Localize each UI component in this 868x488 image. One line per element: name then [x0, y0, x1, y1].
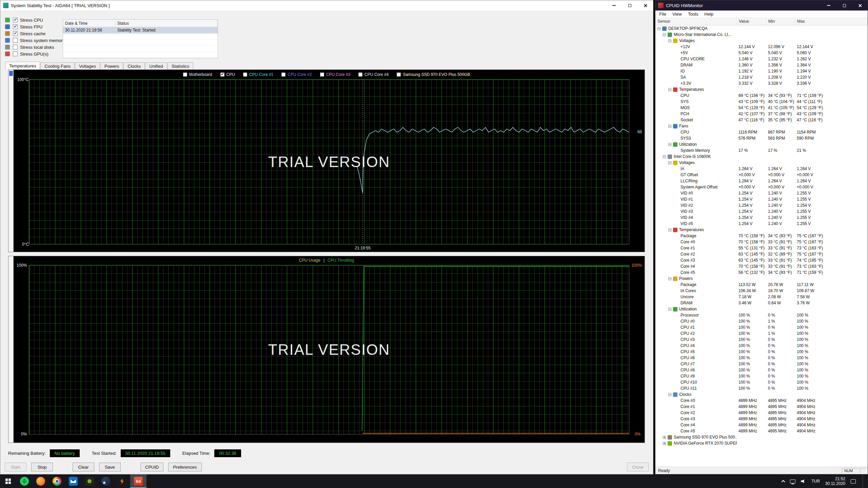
- collapse-icon[interactable]: [668, 143, 671, 146]
- collapse-icon[interactable]: [668, 308, 671, 311]
- collapse-icon[interactable]: [668, 88, 671, 91]
- menu-view[interactable]: View: [669, 11, 685, 18]
- tab-voltages[interactable]: Voltages: [75, 62, 100, 69]
- legend-cpu-core-1[interactable]: CPU Core #1: [243, 72, 273, 77]
- stress-option-cpu[interactable]: Stress CPU: [5, 17, 65, 23]
- stress-option-gpu[interactable]: Stress GPU(s): [5, 50, 65, 57]
- taskbar-app-steam[interactable]: [98, 474, 114, 488]
- button-preferences[interactable]: Preferences: [168, 463, 201, 471]
- legend-checkbox[interactable]: [243, 73, 247, 77]
- checkbox-stress-fpu[interactable]: [13, 24, 18, 29]
- checkbox-stress-cpu[interactable]: [13, 18, 18, 22]
- sensor-name: System Agent Offset: [680, 184, 717, 190]
- minimize-icon[interactable]: [606, 0, 622, 11]
- tab-cooling-fans[interactable]: Cooling Fans: [40, 62, 75, 69]
- collapse-icon[interactable]: [657, 27, 660, 30]
- legend-checkbox[interactable]: [320, 73, 324, 77]
- column-header-value[interactable]: Value: [737, 18, 766, 25]
- tab-unified[interactable]: Unified: [145, 62, 167, 69]
- stress-option-disk[interactable]: Stress local disks: [5, 44, 65, 50]
- graph-scrollbar[interactable]: [8, 256, 14, 443]
- start-menu-button[interactable]: [0, 474, 16, 488]
- column-header-max[interactable]: Max: [795, 18, 868, 25]
- current-temperature-label: 68: [637, 129, 642, 134]
- taskbar-app-spotify[interactable]: [16, 474, 33, 488]
- stress-option-memory[interactable]: Stress system memory: [5, 37, 65, 44]
- sensor-max: +0.000 V: [795, 184, 868, 190]
- legend-checkbox[interactable]: [220, 73, 224, 77]
- close-icon[interactable]: [852, 0, 868, 11]
- gpu-icon: [668, 441, 672, 446]
- menu-tools[interactable]: Tools: [685, 11, 701, 18]
- sensor-name: CPU VCORE: [680, 56, 705, 62]
- minimize-icon[interactable]: [821, 0, 836, 11]
- collapse-icon[interactable]: [668, 277, 671, 280]
- collapse-icon[interactable]: [668, 161, 671, 164]
- graph-scrollbar[interactable]: [8, 70, 14, 252]
- legend-checkbox[interactable]: [397, 73, 401, 77]
- log-column-header[interactable]: Status: [115, 20, 218, 27]
- legend-motherboard[interactable]: Motherboard: [183, 72, 212, 77]
- button-cpuid[interactable]: CPUID: [140, 463, 163, 471]
- sensor-value: 7.18 W: [737, 294, 766, 300]
- menu-file[interactable]: File: [656, 11, 669, 18]
- tab-temperatures[interactable]: Temperatures: [5, 62, 40, 69]
- collapse-icon[interactable]: [663, 155, 666, 158]
- log-row[interactable]: 30.11.2020 21:19:56Stability Test: Start…: [63, 27, 218, 34]
- legend-cpu-core-2[interactable]: CPU Core #2: [281, 72, 312, 77]
- legend-checkbox[interactable]: [281, 73, 285, 77]
- maximize-icon[interactable]: [622, 0, 637, 11]
- legend-checkbox[interactable]: [358, 73, 362, 77]
- collapse-icon[interactable]: [668, 393, 671, 396]
- legend-cpu[interactable]: CPU: [220, 72, 235, 77]
- collapse-icon[interactable]: [668, 125, 671, 128]
- show-desktop-button[interactable]: [863, 474, 865, 488]
- collapse-icon[interactable]: [663, 33, 666, 36]
- menu-help[interactable]: Help: [701, 11, 716, 18]
- button-save[interactable]: Save: [99, 463, 121, 471]
- legend-cpu-core-3[interactable]: CPU Core #3: [320, 72, 350, 77]
- taskbar-app-firefox[interactable]: [33, 474, 49, 488]
- taskbar-app-chrome[interactable]: [49, 474, 65, 488]
- checkbox-stress-gpu-s[interactable]: [13, 52, 18, 56]
- sensor-row: Core #470 °C (158 °F)33 °C (91 °F)73 °C …: [655, 263, 868, 269]
- button-clear[interactable]: Clear: [73, 463, 94, 471]
- taskbar-app-msi-afterburner[interactable]: [114, 474, 130, 488]
- column-header-min[interactable]: Min: [766, 18, 795, 25]
- hidden-icons-chevron-icon[interactable]: [781, 480, 785, 484]
- checkbox-stress-system-memory[interactable]: [13, 38, 18, 43]
- clock[interactable]: 21:52 30.11.2020: [825, 476, 845, 486]
- taskbar-app-aida64[interactable]: 64: [130, 474, 146, 488]
- stress-option-cache[interactable]: Stress cache: [5, 30, 65, 37]
- checkbox-stress-local-disks[interactable]: [13, 45, 18, 49]
- log-column-header[interactable]: Date & Time: [63, 20, 115, 27]
- column-header-sensor[interactable]: Sensor: [655, 18, 737, 25]
- sensor-min: 12.096 V: [766, 44, 795, 50]
- network-icon[interactable]: [790, 480, 795, 483]
- taskbar-app-mail[interactable]: [65, 474, 81, 488]
- sensor-cell: PCH: [655, 111, 737, 117]
- sensor-name: CPU: [680, 129, 689, 135]
- sensor-name: CPU #0: [680, 318, 695, 324]
- sensor-name: CPU #7: [680, 361, 695, 367]
- expand-icon[interactable]: [663, 436, 666, 439]
- button-stop[interactable]: Stop: [31, 463, 53, 471]
- tab-statistics[interactable]: Statistics: [167, 62, 193, 69]
- taskbar-app-geforce-experience[interactable]: [81, 474, 98, 488]
- sensor-row: Powers: [655, 276, 868, 282]
- close-icon[interactable]: [637, 0, 653, 11]
- volume-icon[interactable]: [801, 479, 806, 484]
- collapse-icon[interactable]: [668, 39, 671, 42]
- stress-option-fpu[interactable]: Stress FPU: [5, 23, 65, 30]
- tab-powers[interactable]: Powers: [100, 62, 123, 69]
- checkbox-stress-cache[interactable]: [13, 31, 18, 36]
- expand-icon[interactable]: [663, 442, 666, 445]
- maximize-icon[interactable]: [836, 0, 852, 11]
- legend-checkbox[interactable]: [183, 73, 187, 77]
- legend-samsung-ssd-970-evo-plus-500gb[interactable]: Samsung SSD 970 EVO Plus 500GB: [397, 72, 470, 77]
- tab-clocks[interactable]: Clocks: [123, 62, 145, 69]
- legend-cpu-core-4[interactable]: CPU Core #4: [358, 72, 389, 77]
- collapse-icon[interactable]: [668, 228, 671, 231]
- language-indicator[interactable]: TUR: [811, 479, 820, 484]
- notification-center-icon[interactable]: [851, 479, 856, 484]
